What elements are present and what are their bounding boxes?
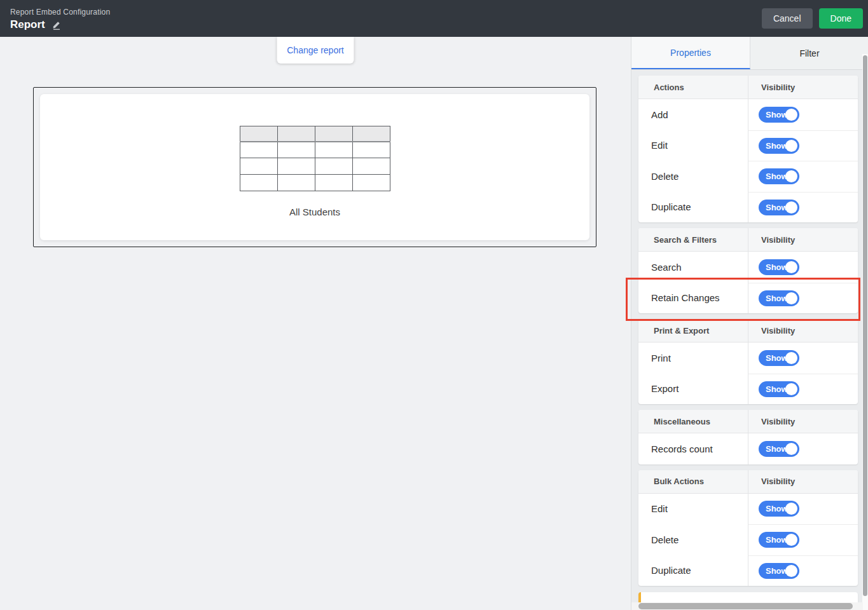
property-row: Add Show [638, 99, 858, 130]
table-thumbnail-icon [240, 126, 390, 191]
property-row: Delete Show [638, 161, 858, 192]
report-preview-card: All Students [40, 94, 589, 240]
section-card: Bulk Actions Visibility Edit Show Delete… [638, 470, 858, 586]
property-row: Edit Show [638, 130, 858, 161]
toggle-label: Show [766, 172, 788, 181]
row-label: Edit [638, 494, 748, 525]
property-row: Search Show [638, 252, 858, 283]
toggle-knob [785, 352, 797, 364]
section-card: Miscellaneous Visibility Records count S… [638, 410, 858, 464]
row-label: Edit [638, 130, 748, 161]
row-visibility-cell: Show [748, 494, 858, 525]
section-header: Bulk Actions Visibility [638, 470, 858, 494]
row-visibility-cell: Show [748, 252, 858, 283]
property-row: Export Show [638, 374, 858, 405]
visibility-toggle[interactable]: Show [759, 290, 799, 306]
row-label: Search [638, 252, 748, 283]
vertical-scrollbar-track[interactable] [862, 54, 868, 610]
toggle-label: Show [766, 262, 788, 272]
tab-properties[interactable]: Properties [631, 37, 750, 69]
properties-panel: Actions Visibility Add Show Edit Show De… [631, 70, 863, 610]
toggle-label: Show [766, 566, 788, 576]
property-row: Retain Changes Show [638, 283, 858, 314]
row-label: Delete [638, 161, 748, 192]
section-header: Search & Filters Visibility [638, 228, 858, 252]
property-row: Edit Show [638, 494, 858, 525]
app-label: Report Embed Configuration [10, 8, 110, 17]
toggle-knob [785, 261, 797, 273]
section-title: Search & Filters [638, 228, 748, 251]
vertical-scrollbar-thumb[interactable] [863, 55, 867, 596]
row-visibility-cell: Show [748, 161, 858, 192]
row-label: Retain Changes [638, 283, 748, 314]
visibility-toggle[interactable]: Show [759, 107, 799, 123]
done-button[interactable]: Done [819, 8, 863, 29]
report-canvas: Change report All Students [0, 37, 631, 610]
visibility-header: Visibility [748, 319, 858, 342]
toggle-knob [785, 534, 797, 546]
toggle-label: Show [766, 535, 788, 545]
cancel-button[interactable]: Cancel [762, 8, 813, 29]
horizontal-scrollbar-thumb[interactable] [638, 603, 853, 609]
visibility-toggle[interactable]: Show [759, 200, 799, 215]
section-header: Actions Visibility [638, 76, 858, 99]
visibility-toggle[interactable]: Show [759, 259, 799, 275]
visibility-toggle[interactable]: Show [759, 381, 799, 397]
tab-filter[interactable]: Filter [750, 37, 868, 69]
property-row: Delete Show [638, 524, 858, 555]
page-title: Report [10, 18, 45, 31]
visibility-toggle[interactable]: Show [759, 168, 799, 184]
row-visibility-cell: Show [748, 524, 858, 555]
row-label: Records count [638, 433, 748, 464]
properties-sidebar: Properties Filter Actions Visibility Add… [631, 37, 868, 610]
report-preview-frame[interactable]: All Students [33, 87, 596, 247]
visibility-header: Visibility [748, 470, 858, 493]
toggle-knob [785, 140, 797, 152]
section-header: Print & Export Visibility [638, 319, 858, 342]
toggle-knob [785, 109, 797, 121]
toggle-knob [785, 565, 797, 577]
change-report-button[interactable]: Change report [277, 37, 354, 64]
property-row: Duplicate Show [638, 192, 858, 223]
toggle-knob [785, 383, 797, 395]
header-bar: Report Embed Configuration Report Cancel… [0, 0, 868, 37]
row-visibility-cell: Show [748, 433, 858, 464]
section-card: Search & Filters Visibility Search Show … [638, 228, 858, 313]
toggle-label: Show [766, 110, 788, 119]
section-title: Print & Export [638, 319, 748, 342]
property-row: Records count Show [638, 433, 858, 464]
toggle-knob [785, 201, 797, 214]
row-label: Add [638, 99, 748, 130]
property-row: Duplicate Show [638, 555, 858, 586]
toggle-knob [785, 292, 797, 304]
visibility-toggle[interactable]: Show [759, 532, 799, 548]
visibility-toggle[interactable]: Show [759, 441, 799, 457]
sidebar-tabbar: Properties Filter [631, 37, 868, 70]
toggle-label: Show [766, 203, 788, 212]
visibility-header: Visibility [748, 410, 858, 433]
edit-pencil-icon[interactable] [52, 20, 62, 30]
horizontal-scrollbar-track[interactable] [631, 602, 863, 610]
row-label: Delete [638, 524, 748, 555]
section-header: Miscellaneous Visibility [638, 410, 858, 433]
toggle-label: Show [766, 294, 788, 303]
toggle-knob [785, 443, 797, 455]
visibility-toggle[interactable]: Show [759, 350, 799, 366]
section-title: Actions [638, 76, 748, 98]
toggle-label: Show [766, 444, 788, 454]
visibility-toggle[interactable]: Show [759, 138, 799, 154]
visibility-header: Visibility [748, 76, 858, 98]
row-visibility-cell: Show [748, 283, 858, 314]
row-visibility-cell: Show [748, 192, 858, 223]
section-title: Bulk Actions [638, 470, 748, 493]
row-label: Duplicate [638, 192, 748, 223]
visibility-toggle[interactable]: Show [759, 501, 799, 517]
row-label: Print [638, 342, 748, 374]
row-visibility-cell: Show [748, 99, 858, 130]
row-label: Export [638, 374, 748, 405]
toggle-knob [785, 503, 797, 515]
row-visibility-cell: Show [748, 342, 858, 374]
toggle-label: Show [766, 384, 788, 394]
section-title: Miscellaneous [638, 410, 748, 433]
visibility-toggle[interactable]: Show [759, 563, 799, 579]
